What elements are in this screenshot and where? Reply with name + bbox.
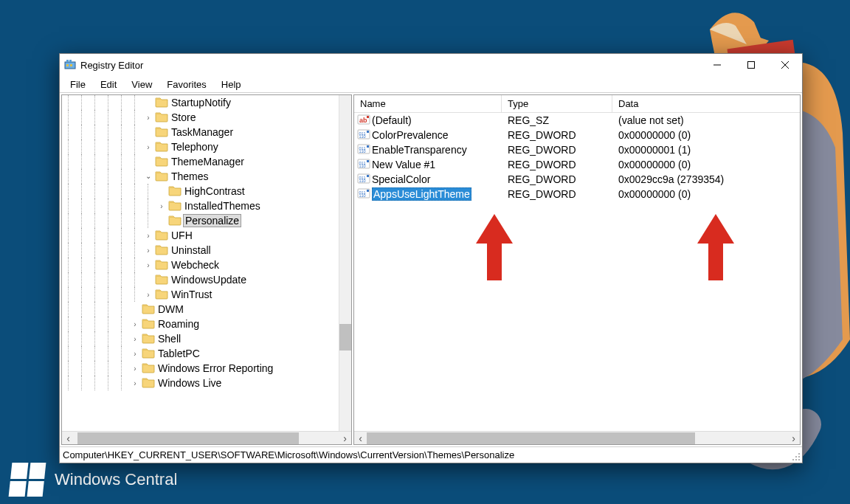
svg-point-36	[798, 456, 800, 458]
tree-item[interactable]: ›Store	[62, 110, 351, 125]
chevron-right-icon[interactable]: ›	[128, 335, 142, 343]
svg-rect-3	[66, 60, 69, 62]
status-path: Computer\HKEY_CURRENT_USER\SOFTWARE\Micr…	[63, 449, 514, 460]
tree-item[interactable]: ›WindowsUpdate	[62, 272, 351, 287]
folder-icon	[155, 96, 170, 110]
close-button[interactable]	[768, 55, 802, 76]
chevron-right-icon[interactable]: ›	[142, 232, 155, 240]
reg-string-icon: ab	[357, 114, 372, 128]
value-name: (Default)	[372, 114, 412, 126]
scroll-left-icon[interactable]: ‹	[354, 432, 367, 444]
value-row[interactable]: 011110AppsUseLightThemeREG_DWORD0x000000…	[354, 187, 800, 201]
tree-item[interactable]: ›Uninstall	[62, 243, 351, 258]
svg-text:110: 110	[359, 134, 366, 139]
tree-item[interactable]: ›HighContrast	[62, 184, 351, 199]
values-pane[interactable]: Name Type Data ab(Default)REG_SZ(value n…	[353, 94, 801, 445]
chevron-right-icon[interactable]: ›	[142, 246, 155, 255]
value-row[interactable]: 011110SpecialColorREG_DWORD0x0029cc9a (2…	[354, 172, 800, 187]
tree-item-label: Telephony	[170, 141, 220, 153]
tree-item[interactable]: ›WinTrust	[62, 287, 351, 302]
value-row[interactable]: 011110New Value #1REG_DWORD0x00000000 (0…	[354, 157, 800, 172]
tree-item-label: HighContrast	[183, 185, 246, 197]
column-header-data[interactable]: Data	[612, 95, 800, 113]
menu-view[interactable]: View	[125, 77, 158, 92]
tree-item[interactable]: ›Webcheck	[62, 258, 351, 272]
folder-icon	[155, 125, 170, 139]
value-type: REG_DWORD	[502, 144, 612, 156]
tree-item-label: InstalledThemes	[183, 200, 262, 212]
titlebar[interactable]: Registry Editor	[60, 54, 802, 76]
tree-item-label: Store	[170, 111, 197, 123]
svg-text:110: 110	[359, 149, 366, 153]
chevron-right-icon[interactable]: ›	[128, 320, 142, 328]
tree-item[interactable]: ›Windows Error Reporting	[62, 361, 351, 376]
values-horizontal-scrollbar[interactable]: ‹ ›	[354, 431, 800, 444]
svg-text:110: 110	[359, 193, 366, 198]
reg-dword-icon: 011110	[357, 128, 372, 142]
chevron-right-icon[interactable]: ›	[128, 350, 142, 358]
menubar: File Edit View Favorites Help	[60, 76, 802, 92]
tree-item-label: Shell	[156, 333, 182, 345]
tree-item[interactable]: ›InstalledThemes	[62, 199, 351, 213]
value-row[interactable]: ab(Default)REG_SZ(value not set)	[354, 113, 800, 128]
window-title: Registry Editor	[80, 60, 143, 71]
folder-icon	[155, 170, 170, 184]
tree-vertical-scrollbar[interactable]	[339, 95, 351, 431]
column-header-type[interactable]: Type	[502, 95, 612, 113]
value-data: 0x00000000 (0)	[612, 188, 800, 200]
column-header-name[interactable]: Name	[354, 95, 502, 113]
tree-item[interactable]: ›TabletPC	[62, 346, 351, 361]
tree-item[interactable]: ›StartupNotify	[62, 95, 351, 110]
tree-item[interactable]: ›Telephony	[62, 139, 351, 154]
registry-editor-window: Registry Editor File Edit View Favorites…	[59, 53, 803, 463]
chevron-right-icon[interactable]: ›	[142, 114, 155, 122]
tree-item[interactable]: ⌄Themes	[62, 169, 351, 184]
menu-favorites[interactable]: Favorites	[161, 77, 212, 92]
chevron-right-icon[interactable]: ›	[142, 291, 155, 299]
tree-pane[interactable]: ›StartupNotify›Store›TaskManager›Telepho…	[61, 94, 352, 445]
scroll-right-icon[interactable]: ›	[339, 432, 351, 444]
menu-help[interactable]: Help	[215, 77, 247, 92]
value-type: REG_DWORD	[502, 188, 612, 200]
menu-file[interactable]: File	[64, 77, 91, 92]
tree-item-label: DWM	[156, 303, 185, 315]
scroll-right-icon[interactable]: ›	[787, 432, 800, 444]
values-column-header[interactable]: Name Type Data	[354, 95, 800, 113]
tree-item[interactable]: ›TaskManager	[62, 125, 351, 139]
folder-icon	[155, 258, 170, 272]
chevron-right-icon[interactable]: ›	[128, 379, 142, 387]
tree-item[interactable]: ›Windows Live	[62, 376, 351, 390]
minimize-button[interactable]	[700, 55, 734, 76]
watermark: Windows Central	[10, 463, 177, 497]
chevron-down-icon[interactable]: ⌄	[142, 172, 155, 180]
chevron-right-icon[interactable]: ›	[155, 202, 168, 210]
tree-item[interactable]: ›ThemeManager	[62, 154, 351, 169]
tree-item-label: Roaming	[156, 318, 201, 330]
menu-edit[interactable]: Edit	[94, 77, 122, 92]
statusbar: Computer\HKEY_CURRENT_USER\SOFTWARE\Micr…	[60, 446, 802, 463]
svg-point-37	[792, 459, 794, 460]
tree-item[interactable]: ›Roaming	[62, 317, 351, 331]
value-name: ColorPrevalence	[372, 129, 449, 141]
value-row[interactable]: 011110EnableTransparencyREG_DWORD0x00000…	[354, 142, 800, 157]
tree-item[interactable]: ›DWM	[62, 302, 351, 317]
maximize-button[interactable]	[734, 55, 768, 76]
value-row[interactable]: 011110ColorPrevalenceREG_DWORD0x00000000…	[354, 128, 800, 142]
svg-rect-29	[367, 175, 369, 177]
value-data: 0x00000000 (0)	[612, 159, 800, 170]
value-data: 0x00000001 (1)	[612, 144, 800, 156]
chevron-right-icon[interactable]: ›	[128, 365, 142, 373]
tree-item[interactable]: ›Shell	[62, 331, 351, 346]
tree-horizontal-scrollbar[interactable]: ‹ ›	[62, 431, 351, 444]
folder-icon	[142, 376, 156, 390]
folder-icon	[155, 244, 170, 258]
chevron-right-icon[interactable]: ›	[142, 261, 155, 269]
tree-item-label: Uninstall	[170, 244, 212, 256]
chevron-right-icon[interactable]: ›	[142, 143, 155, 151]
folder-icon	[155, 288, 170, 302]
scroll-left-icon[interactable]: ‹	[62, 432, 75, 444]
tree-item-label: ThemeManager	[170, 156, 246, 168]
tree-item[interactable]: ›UFH	[62, 228, 351, 243]
tree-item[interactable]: ›Personalize	[62, 213, 351, 228]
size-grip-icon[interactable]	[790, 451, 801, 461]
